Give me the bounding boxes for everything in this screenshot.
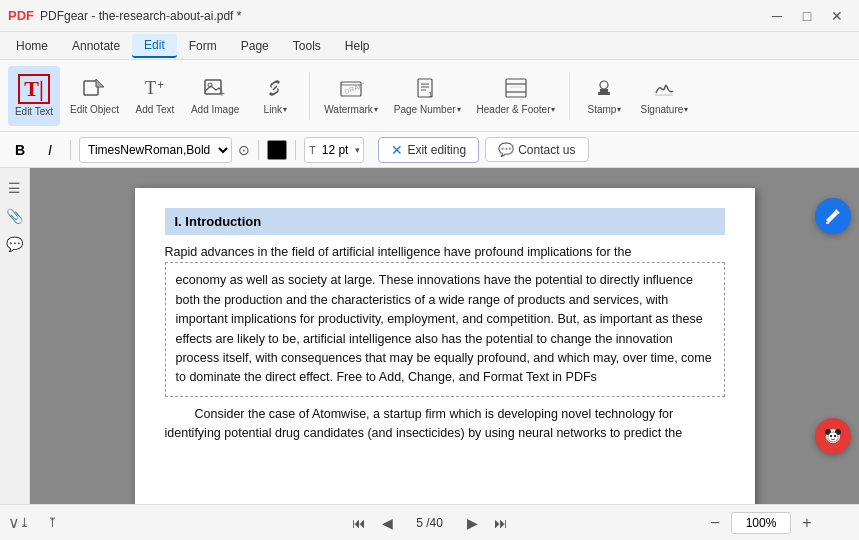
toolbar-divider-2 (569, 72, 570, 120)
contact-label: Contact us (518, 143, 575, 157)
menu-form[interactable]: Form (177, 35, 229, 57)
watermark-icon: DRAFT (338, 77, 364, 102)
stamp-label: Stamp ▾ (588, 104, 622, 115)
pdf-page: I. Introduction Rapid advances in the fi… (135, 188, 755, 504)
font-size-prefix: T (305, 144, 318, 156)
svg-point-18 (600, 81, 608, 89)
format-divider-3 (295, 140, 296, 160)
app-logo: PDF (8, 8, 34, 23)
page-number-icon: 1 (414, 77, 440, 102)
upload-button[interactable]: ⤒ (40, 511, 64, 535)
header-footer-icon (503, 77, 529, 102)
edit-object-icon (82, 77, 106, 102)
svg-rect-14 (506, 79, 526, 97)
signature-label: Signature ▾ (640, 104, 688, 115)
left-panel: ☰ 📎 💬 (0, 168, 30, 504)
svg-point-28 (834, 435, 836, 437)
add-text-label: Add Text (136, 104, 175, 115)
add-text-button[interactable]: T+ Add Text (129, 66, 181, 126)
panel-comment-button[interactable]: 💬 (3, 232, 27, 256)
float-edit-button[interactable] (815, 198, 851, 234)
italic-button[interactable]: I (38, 138, 62, 162)
window-controls: ─ □ ✕ (763, 5, 851, 27)
section-header-text: I. Introduction (175, 214, 262, 229)
link-button[interactable]: Link ▾ (249, 66, 301, 126)
panel-menu-button[interactable]: ☰ (3, 176, 27, 200)
svg-point-26 (828, 432, 838, 442)
svg-rect-19 (600, 89, 608, 92)
body-text: economy as well as society at large. The… (176, 271, 714, 387)
header-footer-label: Header & Footer ▾ (477, 104, 556, 115)
toolbar-divider-1 (309, 72, 310, 120)
toolbar: T| Edit Text Edit Object T+ Add Text + A… (0, 60, 859, 132)
watermark-button[interactable]: DRAFT Watermark ▾ (318, 66, 384, 126)
last-page-button[interactable]: ⏭ (490, 513, 512, 533)
format-bar: B I TimesNewRoman,Bold Arial Helvetica C… (0, 132, 859, 168)
page-info: 5 /40 (405, 516, 455, 530)
exit-label: Exit editing (407, 143, 466, 157)
svg-line-6 (273, 86, 277, 90)
edit-text-icon: T| (18, 74, 50, 104)
svg-rect-20 (598, 92, 610, 95)
zoom-container: − + (703, 511, 819, 535)
menu-bar: Home Annotate Edit Form Page Tools Help (0, 32, 859, 60)
link-label: Link ▾ (264, 104, 287, 115)
body-text-box[interactable]: economy as well as society at large. The… (165, 262, 725, 396)
maximize-button[interactable]: □ (793, 5, 821, 27)
menu-annotate[interactable]: Annotate (60, 35, 132, 57)
menu-home[interactable]: Home (4, 35, 60, 57)
bold-button[interactable]: B (8, 138, 32, 162)
font-size-container: T 12 pt ▾ (304, 137, 364, 163)
svg-text:+: + (157, 78, 164, 92)
second-paragraph: Consider the case of Atomwise, a startup… (165, 405, 725, 444)
second-para-text: Consider the case of Atomwise, a startup… (165, 405, 725, 444)
title-bar: PDF PDFgear - the-research-about-ai.pdf … (0, 0, 859, 32)
add-image-icon: + (203, 77, 227, 102)
font-options-button[interactable]: ⊙ (238, 142, 250, 158)
contact-icon: 💬 (498, 142, 514, 157)
section-header: I. Introduction (165, 208, 725, 235)
signature-icon (651, 77, 677, 102)
exit-icon: ✕ (391, 142, 403, 158)
zoom-in-button[interactable]: + (795, 511, 819, 535)
next-page-button[interactable]: ▶ (463, 513, 482, 533)
add-image-label: Add Image (191, 104, 239, 115)
first-page-button[interactable]: ⏮ (348, 513, 370, 533)
main-area: ☰ 📎 💬 I. Introduction Rapid advances in … (0, 168, 859, 504)
page-number-label: Page Number ▾ (394, 104, 461, 115)
exit-editing-button[interactable]: ✕ Exit editing (378, 137, 479, 163)
font-select[interactable]: TimesNewRoman,Bold Arial Helvetica Couri… (79, 137, 232, 163)
zoom-input[interactable] (731, 512, 791, 534)
menu-page[interactable]: Page (229, 35, 281, 57)
contact-us-button[interactable]: 💬 Contact us (485, 137, 588, 162)
zoom-out-button[interactable]: − (703, 511, 727, 535)
scroll-down-button[interactable]: ∨ (8, 513, 20, 532)
edit-text-label: Edit Text (15, 106, 53, 117)
first-para-text: Rapid advances in the field of artificia… (165, 245, 632, 259)
signature-button[interactable]: Signature ▾ (634, 66, 694, 126)
link-icon (262, 77, 288, 102)
font-size-dropdown[interactable]: ▾ (352, 145, 363, 155)
prev-page-button[interactable]: ◀ (378, 513, 397, 533)
minimize-button[interactable]: ─ (763, 5, 791, 27)
menu-edit[interactable]: Edit (132, 34, 177, 58)
header-footer-button[interactable]: Header & Footer ▾ (471, 66, 562, 126)
add-image-button[interactable]: + Add Image (185, 66, 245, 126)
close-button[interactable]: ✕ (823, 5, 851, 27)
format-divider-1 (70, 140, 71, 160)
panel-attach-button[interactable]: 📎 (3, 204, 27, 228)
pdf-viewer: I. Introduction Rapid advances in the fi… (30, 168, 859, 504)
edit-text-button[interactable]: T| Edit Text (8, 66, 60, 126)
watermark-label: Watermark ▾ (324, 104, 378, 115)
svg-point-27 (830, 435, 832, 437)
stamp-icon (591, 77, 617, 102)
edit-object-button[interactable]: Edit Object (64, 66, 125, 126)
stamp-button[interactable]: Stamp ▾ (578, 66, 630, 126)
float-panda-button[interactable] (815, 418, 851, 454)
font-size-value: 12 pt (318, 143, 353, 157)
menu-help[interactable]: Help (333, 35, 382, 57)
page-number-button[interactable]: 1 Page Number ▾ (388, 66, 467, 126)
color-swatch[interactable] (267, 140, 287, 160)
menu-tools[interactable]: Tools (281, 35, 333, 57)
svg-text:T: T (145, 78, 156, 98)
